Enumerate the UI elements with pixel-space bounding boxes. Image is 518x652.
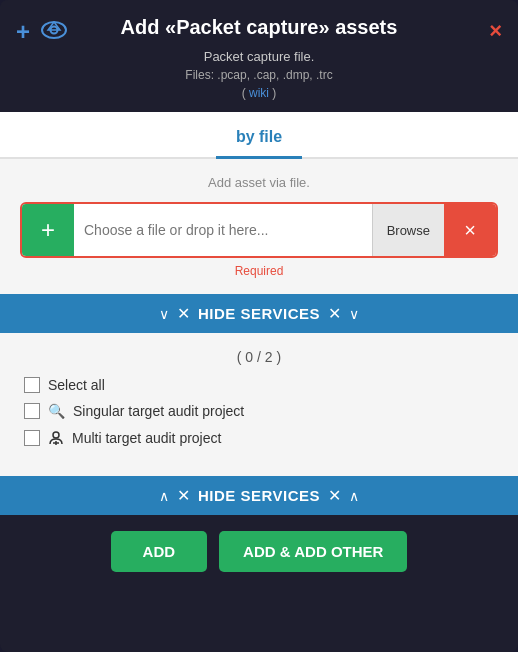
service-checkbox-1[interactable]	[24, 430, 40, 446]
services-count: ( 0 / 2 )	[20, 349, 498, 365]
chevron-up-left-icon: ∧	[159, 488, 169, 504]
plus-icon[interactable]: +	[16, 18, 30, 46]
service-label-1: Multi target audit project	[72, 430, 221, 446]
add-button[interactable]: ADD	[111, 531, 208, 572]
svg-point-3	[53, 432, 59, 438]
remove-file-button[interactable]: ×	[444, 204, 496, 256]
service-checkbox-0[interactable]	[24, 403, 40, 419]
services-bar-top[interactable]: ∨ ✕ HIDE SERVICES ✕ ∨	[0, 294, 518, 333]
eye-icon[interactable]	[40, 19, 68, 46]
hide-services-label-top: HIDE SERVICES	[198, 305, 320, 322]
close-icon[interactable]: ×	[489, 18, 502, 44]
file-input-row: + Browse ×	[20, 202, 498, 258]
modal-container: + Add «Packet capture» assets × Packet c…	[0, 0, 518, 652]
compress-icon-left-bottom: ✕	[177, 486, 190, 505]
services-bar-bottom[interactable]: ∧ ✕ HIDE SERVICES ✕ ∧	[0, 476, 518, 515]
chevron-down-right-icon: ∨	[349, 306, 359, 322]
required-label: Required	[20, 264, 498, 278]
compress-icon-right-bottom: ✕	[328, 486, 341, 505]
file-content-area: Add asset via file. + Browse × Required	[0, 159, 518, 294]
add-asset-label: Add asset via file.	[20, 175, 498, 190]
header-wiki: ( wiki )	[20, 86, 498, 100]
file-chooser-input[interactable]	[74, 204, 372, 256]
tab-by-file[interactable]: by file	[216, 122, 302, 159]
services-content: ( 0 / 2 ) Select all 🔍 Singular target a…	[0, 333, 518, 476]
select-all-checkbox[interactable]	[24, 377, 40, 393]
chevron-down-left-icon: ∨	[159, 306, 169, 322]
multi-target-icon	[48, 429, 64, 446]
add-file-button[interactable]: +	[22, 204, 74, 256]
select-all-row: Select all	[20, 377, 498, 393]
browse-button[interactable]: Browse	[372, 204, 444, 256]
compress-icon-right-top: ✕	[328, 304, 341, 323]
wiki-link[interactable]: wiki	[249, 86, 269, 100]
select-all-label: Select all	[48, 377, 105, 393]
compress-icon-left-top: ✕	[177, 304, 190, 323]
add-and-add-other-button[interactable]: ADD & ADD OTHER	[219, 531, 407, 572]
header-description: Packet capture file.	[20, 49, 498, 64]
chevron-up-right-icon: ∧	[349, 488, 359, 504]
footer-buttons: ADD ADD & ADD OTHER	[0, 515, 518, 588]
wiki-prefix: (	[242, 86, 246, 100]
search-icon: 🔍	[48, 403, 65, 419]
modal-header: + Add «Packet capture» assets × Packet c…	[0, 0, 518, 112]
header-files: Files: .pcap, .cap, .dmp, .trc	[20, 68, 498, 82]
service-row-0: 🔍 Singular target audit project	[20, 403, 498, 419]
modal-title: Add «Packet capture» assets	[20, 16, 498, 39]
hide-services-label-bottom: HIDE SERVICES	[198, 487, 320, 504]
header-icons: +	[16, 18, 68, 46]
service-label-0: Singular target audit project	[73, 403, 244, 419]
wiki-suffix: )	[272, 86, 276, 100]
tab-bar: by file	[0, 112, 518, 159]
service-row-1: Multi target audit project	[20, 429, 498, 446]
